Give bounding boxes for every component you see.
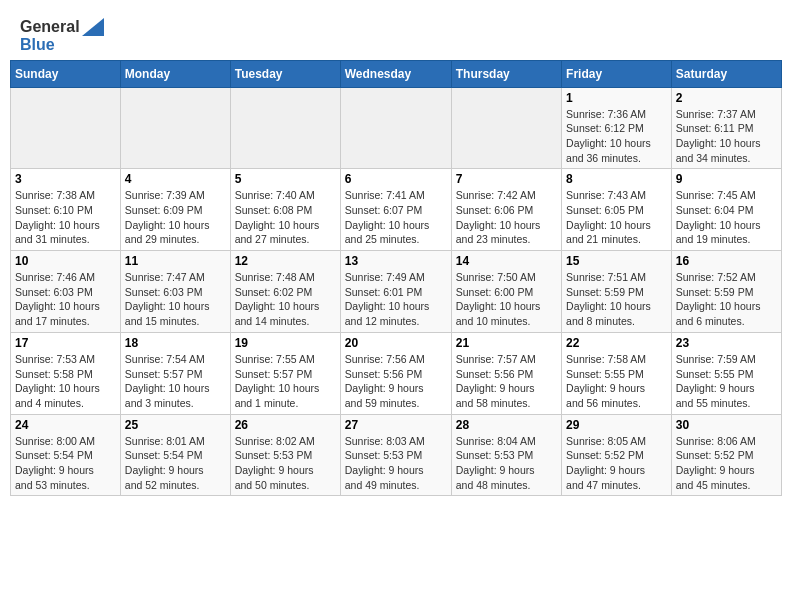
- logo: General Blue: [20, 18, 104, 54]
- day-number: 14: [456, 254, 557, 268]
- day-info: Sunrise: 7:50 AM Sunset: 6:00 PM Dayligh…: [456, 270, 557, 329]
- calendar-cell: 5Sunrise: 7:40 AM Sunset: 6:08 PM Daylig…: [230, 169, 340, 251]
- calendar-cell: 2Sunrise: 7:37 AM Sunset: 6:11 PM Daylig…: [671, 87, 781, 169]
- day-number: 13: [345, 254, 447, 268]
- day-info: Sunrise: 8:02 AM Sunset: 5:53 PM Dayligh…: [235, 434, 336, 493]
- calendar-cell: [340, 87, 451, 169]
- day-number: 10: [15, 254, 116, 268]
- logo-blue: Blue: [20, 36, 104, 54]
- day-number: 20: [345, 336, 447, 350]
- day-number: 26: [235, 418, 336, 432]
- calendar-week-4: 24Sunrise: 8:00 AM Sunset: 5:54 PM Dayli…: [11, 414, 782, 496]
- calendar-cell: 17Sunrise: 7:53 AM Sunset: 5:58 PM Dayli…: [11, 332, 121, 414]
- day-info: Sunrise: 7:52 AM Sunset: 5:59 PM Dayligh…: [676, 270, 777, 329]
- day-number: 3: [15, 172, 116, 186]
- calendar-cell: 4Sunrise: 7:39 AM Sunset: 6:09 PM Daylig…: [120, 169, 230, 251]
- calendar-cell: 14Sunrise: 7:50 AM Sunset: 6:00 PM Dayli…: [451, 251, 561, 333]
- svg-marker-0: [82, 18, 104, 36]
- day-info: Sunrise: 7:51 AM Sunset: 5:59 PM Dayligh…: [566, 270, 667, 329]
- logo-wordmark: General Blue: [20, 18, 104, 54]
- day-info: Sunrise: 7:49 AM Sunset: 6:01 PM Dayligh…: [345, 270, 447, 329]
- day-number: 29: [566, 418, 667, 432]
- weekday-header-wednesday: Wednesday: [340, 60, 451, 87]
- day-info: Sunrise: 7:42 AM Sunset: 6:06 PM Dayligh…: [456, 188, 557, 247]
- calendar-cell: 7Sunrise: 7:42 AM Sunset: 6:06 PM Daylig…: [451, 169, 561, 251]
- weekday-header-sunday: Sunday: [11, 60, 121, 87]
- calendar-week-2: 10Sunrise: 7:46 AM Sunset: 6:03 PM Dayli…: [11, 251, 782, 333]
- calendar-cell: 12Sunrise: 7:48 AM Sunset: 6:02 PM Dayli…: [230, 251, 340, 333]
- calendar-cell: 28Sunrise: 8:04 AM Sunset: 5:53 PM Dayli…: [451, 414, 561, 496]
- day-info: Sunrise: 7:39 AM Sunset: 6:09 PM Dayligh…: [125, 188, 226, 247]
- weekday-header-monday: Monday: [120, 60, 230, 87]
- day-number: 8: [566, 172, 667, 186]
- calendar-week-1: 3Sunrise: 7:38 AM Sunset: 6:10 PM Daylig…: [11, 169, 782, 251]
- calendar-cell: 20Sunrise: 7:56 AM Sunset: 5:56 PM Dayli…: [340, 332, 451, 414]
- day-number: 27: [345, 418, 447, 432]
- day-info: Sunrise: 7:43 AM Sunset: 6:05 PM Dayligh…: [566, 188, 667, 247]
- day-info: Sunrise: 7:54 AM Sunset: 5:57 PM Dayligh…: [125, 352, 226, 411]
- day-number: 12: [235, 254, 336, 268]
- calendar-cell: 1Sunrise: 7:36 AM Sunset: 6:12 PM Daylig…: [562, 87, 672, 169]
- calendar-cell: [230, 87, 340, 169]
- calendar-cell: 26Sunrise: 8:02 AM Sunset: 5:53 PM Dayli…: [230, 414, 340, 496]
- calendar-cell: [11, 87, 121, 169]
- weekday-header-friday: Friday: [562, 60, 672, 87]
- day-number: 25: [125, 418, 226, 432]
- calendar-cell: 27Sunrise: 8:03 AM Sunset: 5:53 PM Dayli…: [340, 414, 451, 496]
- day-info: Sunrise: 7:46 AM Sunset: 6:03 PM Dayligh…: [15, 270, 116, 329]
- day-info: Sunrise: 8:05 AM Sunset: 5:52 PM Dayligh…: [566, 434, 667, 493]
- day-info: Sunrise: 7:48 AM Sunset: 6:02 PM Dayligh…: [235, 270, 336, 329]
- day-number: 6: [345, 172, 447, 186]
- calendar-cell: 6Sunrise: 7:41 AM Sunset: 6:07 PM Daylig…: [340, 169, 451, 251]
- day-number: 9: [676, 172, 777, 186]
- calendar-table: SundayMondayTuesdayWednesdayThursdayFrid…: [10, 60, 782, 497]
- calendar-cell: 24Sunrise: 8:00 AM Sunset: 5:54 PM Dayli…: [11, 414, 121, 496]
- day-number: 2: [676, 91, 777, 105]
- day-info: Sunrise: 8:04 AM Sunset: 5:53 PM Dayligh…: [456, 434, 557, 493]
- calendar-cell: 8Sunrise: 7:43 AM Sunset: 6:05 PM Daylig…: [562, 169, 672, 251]
- day-number: 22: [566, 336, 667, 350]
- calendar-cell: 18Sunrise: 7:54 AM Sunset: 5:57 PM Dayli…: [120, 332, 230, 414]
- day-number: 17: [15, 336, 116, 350]
- logo-triangle-icon: [82, 18, 104, 36]
- day-info: Sunrise: 7:37 AM Sunset: 6:11 PM Dayligh…: [676, 107, 777, 166]
- day-number: 11: [125, 254, 226, 268]
- day-info: Sunrise: 7:41 AM Sunset: 6:07 PM Dayligh…: [345, 188, 447, 247]
- day-info: Sunrise: 7:53 AM Sunset: 5:58 PM Dayligh…: [15, 352, 116, 411]
- day-number: 30: [676, 418, 777, 432]
- calendar-cell: 16Sunrise: 7:52 AM Sunset: 5:59 PM Dayli…: [671, 251, 781, 333]
- day-number: 21: [456, 336, 557, 350]
- day-info: Sunrise: 7:38 AM Sunset: 6:10 PM Dayligh…: [15, 188, 116, 247]
- day-number: 23: [676, 336, 777, 350]
- day-number: 19: [235, 336, 336, 350]
- day-number: 15: [566, 254, 667, 268]
- calendar-cell: 9Sunrise: 7:45 AM Sunset: 6:04 PM Daylig…: [671, 169, 781, 251]
- day-number: 28: [456, 418, 557, 432]
- page-header: General Blue: [10, 10, 782, 60]
- day-info: Sunrise: 7:57 AM Sunset: 5:56 PM Dayligh…: [456, 352, 557, 411]
- calendar-cell: 15Sunrise: 7:51 AM Sunset: 5:59 PM Dayli…: [562, 251, 672, 333]
- day-number: 18: [125, 336, 226, 350]
- weekday-header-thursday: Thursday: [451, 60, 561, 87]
- weekday-header-saturday: Saturday: [671, 60, 781, 87]
- day-info: Sunrise: 7:45 AM Sunset: 6:04 PM Dayligh…: [676, 188, 777, 247]
- weekday-header-tuesday: Tuesday: [230, 60, 340, 87]
- day-number: 7: [456, 172, 557, 186]
- calendar-cell: 10Sunrise: 7:46 AM Sunset: 6:03 PM Dayli…: [11, 251, 121, 333]
- calendar-cell: 29Sunrise: 8:05 AM Sunset: 5:52 PM Dayli…: [562, 414, 672, 496]
- day-info: Sunrise: 7:59 AM Sunset: 5:55 PM Dayligh…: [676, 352, 777, 411]
- day-info: Sunrise: 8:06 AM Sunset: 5:52 PM Dayligh…: [676, 434, 777, 493]
- day-info: Sunrise: 7:55 AM Sunset: 5:57 PM Dayligh…: [235, 352, 336, 411]
- calendar-cell: 13Sunrise: 7:49 AM Sunset: 6:01 PM Dayli…: [340, 251, 451, 333]
- calendar-cell: [451, 87, 561, 169]
- day-info: Sunrise: 7:56 AM Sunset: 5:56 PM Dayligh…: [345, 352, 447, 411]
- day-info: Sunrise: 7:40 AM Sunset: 6:08 PM Dayligh…: [235, 188, 336, 247]
- calendar-cell: [120, 87, 230, 169]
- calendar-cell: 21Sunrise: 7:57 AM Sunset: 5:56 PM Dayli…: [451, 332, 561, 414]
- day-info: Sunrise: 7:47 AM Sunset: 6:03 PM Dayligh…: [125, 270, 226, 329]
- calendar-cell: 30Sunrise: 8:06 AM Sunset: 5:52 PM Dayli…: [671, 414, 781, 496]
- calendar-week-3: 17Sunrise: 7:53 AM Sunset: 5:58 PM Dayli…: [11, 332, 782, 414]
- day-info: Sunrise: 7:36 AM Sunset: 6:12 PM Dayligh…: [566, 107, 667, 166]
- weekday-header-row: SundayMondayTuesdayWednesdayThursdayFrid…: [11, 60, 782, 87]
- calendar-cell: 3Sunrise: 7:38 AM Sunset: 6:10 PM Daylig…: [11, 169, 121, 251]
